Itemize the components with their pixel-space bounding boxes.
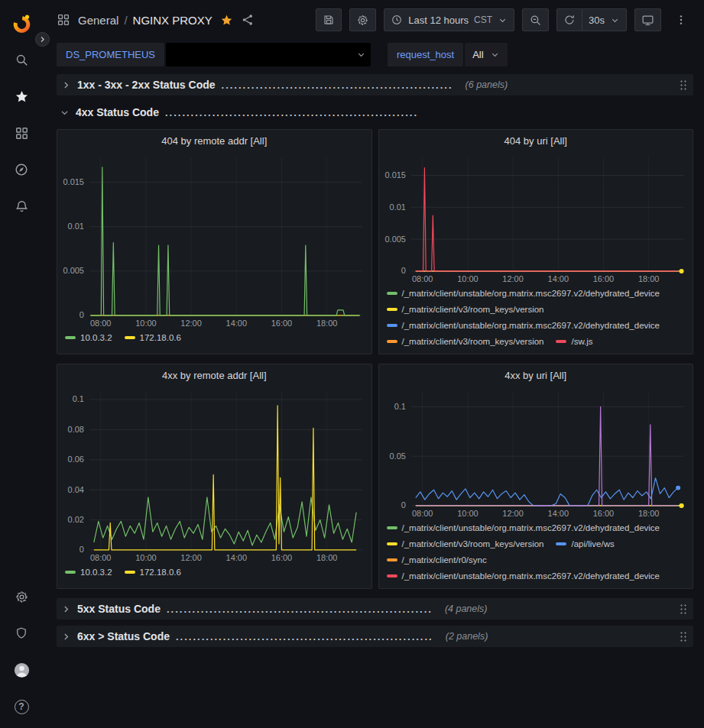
panel-404-by-uri: 404 by uri [All] 08:0010:0012:0014:0016:…: [378, 129, 694, 354]
row-header-1xx-3xx-2xx[interactable]: 1xx - 3xx - 2xx Status Code ............…: [57, 74, 693, 95]
legend-item[interactable]: /_matrix/client/v3/room_keys/version: [387, 335, 544, 348]
legend-item[interactable]: /_matrix/client/v3/room_keys/version: [387, 303, 544, 315]
time-range-label: Last 12 hours: [408, 15, 469, 26]
chevron-right-icon: [61, 632, 71, 642]
svg-text:08:00: 08:00: [90, 553, 111, 562]
svg-text:12:00: 12:00: [502, 274, 523, 283]
zoom-out-button[interactable]: [522, 8, 549, 31]
time-series-plot[interactable]: 08:0010:0012:0014:0016:0018:0000.0050.01…: [379, 151, 693, 285]
legend-item[interactable]: /sw.js: [556, 335, 592, 348]
legend-item[interactable]: 10.0.3.2: [65, 332, 112, 344]
configuration-gear-icon[interactable]: [3, 578, 40, 615]
panel-title[interactable]: 4xx by remote addr [All]: [57, 364, 371, 386]
legend-series-marker: [387, 542, 397, 545]
time-series-plot[interactable]: 08:0010:0012:0014:0016:0018:0000.0050.01…: [57, 151, 371, 329]
row-leader-dots: ........................................…: [167, 603, 433, 615]
legend-item[interactable]: /_matrix/client/unstable/org.matrix.msc2…: [387, 522, 660, 534]
row-drag-handle[interactable]: [679, 79, 687, 92]
legend-item[interactable]: 172.18.0.6: [125, 332, 181, 344]
legend-item[interactable]: 10.0.3.2: [65, 566, 112, 578]
panel-legend: /_matrix/client/unstable/org.matrix.msc2…: [379, 285, 693, 354]
gear-icon: [356, 14, 369, 27]
search-icon[interactable]: [3, 41, 40, 78]
panel-title[interactable]: 404 by remote addr [All]: [57, 130, 371, 151]
chevron-down-icon: [498, 15, 508, 25]
legend-series-label: /_matrix/client/unstable/org.matrix.msc2…: [402, 287, 660, 299]
chevron-down-icon: [610, 15, 620, 25]
svg-text:0.06: 0.06: [68, 455, 84, 464]
help-icon[interactable]: ?: [3, 688, 40, 725]
legend-item[interactable]: /_matrix/client/unstable/org.matrix.msc2…: [387, 287, 660, 299]
svg-text:0.1: 0.1: [394, 402, 405, 411]
legend-series-marker: [387, 340, 397, 343]
row-title: 1xx - 3xx - 2xx Status Code: [77, 79, 216, 91]
legend-series-marker: [387, 526, 397, 529]
svg-text:18:00: 18:00: [637, 509, 658, 518]
refresh-button[interactable]: [556, 8, 582, 31]
kebab-menu-button[interactable]: [669, 8, 693, 31]
variable-label-request-host[interactable]: request_host: [388, 43, 463, 66]
row-drag-handle[interactable]: [679, 630, 687, 643]
sidebar-expand-chevron-button[interactable]: [35, 32, 50, 47]
row-header-6xx[interactable]: 6xx > Status Code ......................…: [57, 626, 693, 647]
dashboards-grid-icon[interactable]: [3, 115, 40, 151]
variable-value-ds-prometheus[interactable]: [166, 43, 371, 66]
legend-item[interactable]: /_matrix/client/r0/sync: [387, 554, 487, 566]
legend-series-marker: [65, 571, 76, 574]
explore-compass-icon[interactable]: [3, 151, 40, 188]
legend-series-label: /_matrix/client/v3/room_keys/version: [402, 538, 544, 550]
refresh-interval-dropdown[interactable]: 30s: [582, 8, 627, 31]
breadcrumb-dashboard-title[interactable]: NGINX PROXY: [133, 14, 212, 27]
svg-text:16:00: 16:00: [271, 553, 292, 562]
row-header-4xx[interactable]: 4xx Status Code ........................…: [57, 102, 693, 123]
grafana-logo-icon[interactable]: [3, 5, 40, 41]
row-header-5xx[interactable]: 5xx Status Code ........................…: [57, 598, 693, 620]
dashboard-settings-button[interactable]: [349, 8, 376, 31]
breadcrumb-section[interactable]: General: [78, 14, 118, 27]
row-drag-handle[interactable]: [679, 603, 687, 616]
legend-series-label: 10.0.3.2: [80, 566, 112, 578]
svg-text:0.1: 0.1: [73, 394, 84, 403]
favorite-star-icon[interactable]: [220, 14, 233, 27]
server-admin-shield-icon[interactable]: [3, 615, 40, 652]
legend-item[interactable]: 172.18.0.6: [125, 566, 181, 578]
row-leader-dots: ........................................…: [165, 107, 418, 118]
time-series-plot[interactable]: 08:0010:0012:0014:0016:0018:0000.050.1: [379, 386, 693, 519]
tv-mode-button[interactable]: [634, 8, 661, 31]
time-series-plot[interactable]: 08:0010:0012:0014:0016:0018:0000.020.040…: [57, 386, 371, 564]
refresh-icon: [563, 14, 576, 26]
save-icon: [323, 14, 335, 26]
variable-label-ds-prometheus[interactable]: DS_PROMETHEUS: [57, 43, 164, 66]
svg-text:10:00: 10:00: [457, 509, 478, 518]
chevron-right-icon: [61, 604, 71, 614]
time-range-picker[interactable]: Last 12 hours CST: [384, 8, 514, 31]
legend-item[interactable]: /_matrix/client/v3/room_keys/version: [387, 538, 544, 550]
alerting-bell-icon[interactable]: [3, 188, 40, 225]
legend-series-marker: [125, 571, 135, 574]
legend-series-marker: [125, 336, 135, 339]
dashboard-content: 1xx - 3xx - 2xx Status Code ............…: [43, 74, 704, 647]
share-icon[interactable]: [241, 13, 255, 27]
legend-item[interactable]: /api/live/ws: [556, 538, 614, 550]
chevron-down-icon: [356, 50, 366, 60]
variable-value-request-host[interactable]: All: [465, 43, 507, 66]
panel-4xx-by-uri: 4xx by uri [All] 08:0010:0012:0014:0016:…: [378, 364, 694, 589]
zoom-out-icon: [529, 14, 542, 27]
panel-title[interactable]: 4xx by uri [All]: [379, 364, 693, 386]
svg-text:0.015: 0.015: [384, 170, 405, 180]
starred-dashboards-icon[interactable]: [3, 78, 40, 115]
row-leader-dots: ........................................…: [222, 79, 453, 91]
legend-item[interactable]: /_matrix/client/unstable/org.matrix.msc2…: [387, 319, 660, 332]
legend-series-marker: [556, 542, 566, 545]
save-dashboard-button[interactable]: [316, 8, 342, 31]
row-title: 5xx Status Code: [77, 603, 161, 615]
breadcrumb-separator: /: [124, 14, 127, 27]
svg-text:16:00: 16:00: [592, 509, 613, 518]
svg-text:0.005: 0.005: [63, 266, 84, 275]
panel-legend: 10.0.3.2172.18.0.6: [57, 564, 371, 588]
user-avatar[interactable]: [3, 652, 40, 688]
legend-series-marker: [387, 308, 397, 311]
apps-grid-icon[interactable]: [57, 13, 70, 27]
panel-title[interactable]: 404 by uri [All]: [379, 130, 693, 151]
legend-item[interactable]: /_matrix/client/unstable/org.matrix.msc2…: [387, 570, 660, 582]
